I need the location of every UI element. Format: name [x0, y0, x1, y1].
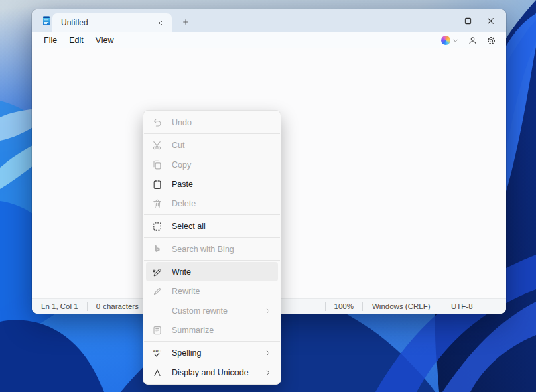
close-icon	[157, 19, 164, 27]
context-menu-item-copy[interactable]: Copy	[146, 155, 278, 174]
copilot-icon	[441, 36, 450, 45]
maximize-button[interactable]	[456, 9, 479, 32]
context-menu-item-search-with-bing[interactable]: Search with Bing	[146, 239, 278, 259]
menu-item-label: Select all	[172, 222, 206, 231]
chevron-down-icon	[452, 37, 459, 44]
select-all-icon	[152, 221, 163, 232]
menu-separator	[144, 214, 280, 215]
encoding[interactable]: UTF-8	[442, 302, 506, 310]
menu-item-label: Search with Bing	[172, 245, 234, 254]
bing-icon	[152, 244, 163, 255]
character-count: 0 characters	[88, 302, 147, 310]
context-menu-item-custom-rewrite[interactable]: Custom rewrite	[146, 301, 278, 320]
menu-item-label: Paste	[172, 180, 193, 189]
submenu-chevron-icon	[264, 369, 272, 377]
rewrite-icon	[152, 286, 163, 297]
menu-item-label: Spelling	[172, 348, 201, 358]
tab-close-button[interactable]	[154, 17, 166, 29]
close-window-button[interactable]	[479, 9, 502, 32]
context-menu-item-paste[interactable]: Paste	[146, 174, 278, 194]
zoom-level[interactable]: 100%	[326, 302, 362, 310]
plus-icon	[182, 18, 190, 26]
menu-item-label: Custom rewrite	[172, 306, 228, 316]
svg-text:ABC: ABC	[153, 348, 161, 352]
context-menu-item-rewrite[interactable]: Rewrite	[146, 281, 278, 301]
close-icon	[486, 16, 496, 26]
summarize-icon	[152, 325, 163, 336]
write-icon	[152, 267, 163, 277]
display-unicode-icon	[152, 367, 163, 378]
desktop: Untitled	[0, 0, 536, 392]
context-menu-item-delete[interactable]: Delete	[146, 194, 278, 213]
context-menu-item-select-all[interactable]: Select all	[146, 216, 278, 236]
account-button[interactable]	[464, 33, 480, 48]
paste-icon	[152, 179, 163, 190]
context-menu-item-display-and-unicode[interactable]: Display and Unicode	[146, 363, 278, 382]
context-menu-item-summarize[interactable]: Summarize	[146, 320, 278, 340]
context-menu-item-write[interactable]: Write	[146, 262, 278, 281]
title-bar[interactable]: Untitled	[32, 9, 506, 32]
menu-item-label: Undo	[172, 118, 192, 127]
copy-icon	[152, 159, 163, 170]
menu-edit[interactable]: Edit	[63, 34, 90, 47]
context-menu-item-cut[interactable]: Cut	[146, 135, 278, 155]
empty-icon-placeholder	[152, 306, 163, 316]
menu-item-label: Write	[172, 267, 191, 277]
menu-file[interactable]: File	[38, 34, 63, 47]
cut-icon	[152, 140, 163, 151]
submenu-chevron-icon	[264, 307, 272, 315]
new-tab-button[interactable]	[178, 15, 193, 29]
tab-untitled[interactable]: Untitled	[52, 13, 172, 32]
caption-buttons	[433, 9, 502, 32]
minimize-icon	[440, 16, 450, 26]
notepad-app-icon	[41, 15, 52, 26]
tab-title: Untitled	[61, 18, 154, 27]
submenu-chevron-icon	[264, 349, 272, 357]
line-ending[interactable]: Windows (CRLF)	[363, 302, 442, 310]
menu-separator	[144, 260, 280, 261]
menu-item-label: Cut	[172, 141, 184, 150]
settings-button[interactable]	[483, 33, 499, 48]
menu-separator	[144, 341, 280, 342]
menu-item-label: Rewrite	[172, 287, 200, 296]
maximize-icon	[463, 16, 473, 26]
menu-view[interactable]: View	[90, 34, 120, 47]
copilot-button[interactable]	[438, 34, 462, 46]
person-icon	[468, 36, 478, 46]
menu-item-label: Delete	[172, 199, 196, 208]
undo-icon	[152, 117, 163, 128]
context-menu-item-spelling[interactable]: ABC Spelling	[146, 343, 278, 363]
context-menu-item-undo[interactable]: Undo	[146, 113, 278, 132]
menu-item-label: Display and Unicode	[172, 368, 249, 377]
delete-icon	[152, 198, 163, 209]
menubar-right-controls	[438, 33, 500, 48]
menu-separator	[144, 133, 280, 134]
cursor-position: Ln 1, Col 1	[32, 302, 87, 310]
menu-item-label: Summarize	[172, 326, 214, 335]
spelling-icon: ABC	[152, 348, 163, 358]
context-menu: Undo Cut Copy	[143, 110, 281, 385]
menu-separator	[144, 237, 280, 238]
menu-bar: File Edit View	[32, 32, 506, 48]
gear-icon	[486, 36, 496, 46]
minimize-button[interactable]	[433, 9, 456, 32]
menu-item-label: Copy	[172, 160, 191, 170]
